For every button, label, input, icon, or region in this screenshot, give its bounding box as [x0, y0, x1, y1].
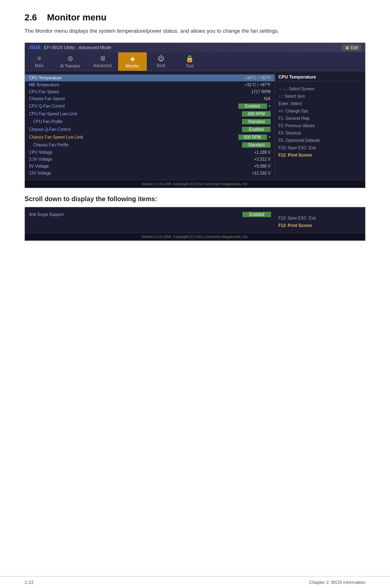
scroll-down-label: Scroll down to display the following ite…: [25, 195, 365, 203]
bios-row-chassis-fan-low[interactable]: Chassis Fan Speed Low Limit 600 RPM ●: [25, 133, 275, 141]
bios2-help: F10: Save ESC: Exit F12: Print Screen: [278, 215, 362, 229]
nav-boot[interactable]: ⏻ Boot: [147, 52, 175, 71]
nav-tool[interactable]: 🔒 Tool: [175, 52, 204, 71]
nav-ai-tweaker[interactable]: ⚙ Ai Tweaker: [54, 52, 87, 71]
cpu-fan-low-label: CPU Fan Speed Low Limit: [29, 112, 242, 116]
5v-value: +5.080 V: [254, 164, 271, 168]
mb-temp-value: +31°C / +87°F: [244, 83, 271, 87]
cpu-qfan-label: CPU Q-Fan Control: [29, 104, 238, 108]
help-f2: F2: Previous Values: [278, 122, 362, 130]
bios-row-mb-temp[interactable]: MB Temperature +31°C / +87°F: [25, 81, 275, 88]
chassis-qfan-badge: Enabled: [242, 127, 271, 132]
bios-row-chassis-qfan[interactable]: Chassis Q-Fan Control Enabled: [25, 126, 275, 133]
bios-row-5v[interactable]: 5V Voltage +5.080 V: [25, 163, 275, 170]
chassis-fan-speed-value: N/A: [264, 97, 271, 101]
cpu-fan-speed-label: CPU Fan Speed: [29, 90, 251, 94]
asus-logo: /SUS: [29, 45, 40, 50]
bios-content2: Anti Surge Support Enabled F10: Save ESC…: [25, 207, 365, 233]
chassis-fan-speed-label: Chassis Fan Speed: [29, 97, 264, 101]
12v-value: +12.192 V: [252, 171, 271, 175]
bios-window-main: /SUS EFI BIOS Utility - Advanced Mode 🖥 …: [25, 43, 365, 188]
advanced-icon: 🖥: [99, 55, 106, 62]
bios-row-cpu-qfan[interactable]: CPU Q-Fan Control Enabled ●: [25, 102, 275, 110]
bios-row-cpu-fan-low[interactable]: CPU Fan Speed Low Limit 600 RPM: [25, 110, 275, 118]
bios-right-title: CPU Temperature: [278, 74, 362, 81]
bios-row-cpu-fan-profile[interactable]: CPU Fan Profile Standard: [25, 118, 275, 126]
nav-main-label: Main: [35, 63, 44, 68]
help-select-item: ↑↓: Select Item: [278, 93, 362, 100]
12v-label: 12V Voltage: [29, 171, 252, 175]
chassis-fan-profile-badge: Standard: [242, 142, 271, 148]
cpu-qfan-dot: ●: [269, 104, 271, 108]
33v-label: 3.3V Voltage: [29, 157, 254, 162]
main-icon: ≡: [37, 55, 41, 62]
cpu-temp-label: CPU Temperature: [29, 76, 244, 80]
bios-content: CPU Temperature +34°C / +93°F MB Tempera…: [25, 71, 365, 180]
nav-tweaker-label: Ai Tweaker: [60, 64, 80, 68]
bios-left2-panel: Anti Surge Support Enabled: [25, 207, 275, 233]
bios-right-panel: CPU Temperature →←: Select Screen ↑↓: Se…: [275, 71, 365, 180]
footer-page-number: 2-22: [25, 580, 34, 585]
bios-row-cpu-voltage[interactable]: CPU Voltage +1.186 V: [25, 149, 275, 156]
cpu-fan-profile-badge: Standard: [242, 119, 271, 124]
nav-main[interactable]: ≡ Main: [25, 52, 54, 71]
33v-value: +3.312 V: [254, 157, 271, 162]
nav-monitor-label: Monitor: [126, 64, 139, 68]
exit-label: Exit: [351, 45, 358, 50]
footer-chapter: Chapter 2: BIOS information: [309, 580, 365, 585]
anti-surge-badge: Enabled: [242, 212, 271, 217]
help-change: +/-: Change Opt.: [278, 108, 362, 115]
nav-advanced[interactable]: 🖥 Advanced: [87, 52, 118, 71]
help-f1: F1: General Help: [278, 115, 362, 122]
bios-right2-panel: F10: Save ESC: Exit F12: Print Screen: [275, 207, 365, 233]
bios-row-12v[interactable]: 12V Voltage +12.192 V: [25, 170, 275, 177]
bios2-footer: Version 2.10.1208. Copyright (C) 2012 Am…: [25, 233, 365, 240]
nav-monitor[interactable]: ◈ Monitor: [118, 52, 147, 71]
section-number: 2.6: [25, 12, 37, 22]
bios2-help-f12: F12: Print Screen: [278, 222, 362, 229]
bios-title-text: EFI BIOS Utility - Advanced Mode: [44, 45, 111, 50]
bios-row-33v[interactable]: 3.3V Voltage +3.312 V: [25, 156, 275, 163]
nav-tool-label: Tool: [186, 64, 193, 68]
cpu-voltage-label: CPU Voltage: [29, 150, 254, 155]
bios-exit-button[interactable]: 🖥 Exit: [342, 45, 361, 51]
bios-left-panel: CPU Temperature +34°C / +93°F MB Tempera…: [25, 71, 275, 180]
nav-advanced-label: Advanced: [93, 63, 111, 68]
chassis-fan-low-dot: ●: [269, 135, 271, 139]
monitor-nav-icon: ◈: [130, 55, 135, 63]
section-title: 2.6 Monitor menu: [25, 12, 365, 23]
tweaker-icon: ⚙: [67, 55, 73, 63]
cpu-qfan-badge: Enabled: [238, 103, 267, 109]
chassis-fan-profile-label: Chassis Fan Profile: [33, 143, 242, 147]
tool-icon: 🔒: [186, 55, 194, 63]
cpu-fan-low-badge: 600 RPM: [242, 111, 271, 117]
bios-nav: ≡ Main ⚙ Ai Tweaker 🖥 Advanced ◈ Monitor…: [25, 52, 365, 71]
bios-row-anti-surge[interactable]: Anti Surge Support Enabled: [25, 211, 275, 218]
help-f10: F10: Save ESC: Exit: [278, 144, 362, 152]
5v-label: 5V Voltage: [29, 164, 254, 168]
monitor-icon: 🖥: [345, 45, 349, 50]
bios-row-chassis-fan-profile[interactable]: Chassis Fan Profile Standard: [25, 141, 275, 149]
cpu-temp-value: +34°C / +93°F: [244, 76, 271, 80]
cpu-voltage-value: +1.186 V: [254, 150, 271, 155]
cpu-fan-profile-label: CPU Fan Profile: [33, 119, 242, 124]
bios-title-logo: /SUS EFI BIOS Utility - Advanced Mode: [29, 45, 111, 50]
boot-icon: ⏻: [158, 55, 164, 62]
page-footer: 2-22 Chapter 2: BIOS information: [0, 576, 390, 588]
chassis-qfan-label: Chassis Q-Fan Control: [29, 127, 242, 132]
bios-row-chassis-fan-speed[interactable]: Chassis Fan Speed N/A: [25, 95, 275, 102]
cpu-fan-speed-value: 1717 RPM: [251, 90, 271, 94]
bios2-help-f10: F10: Save ESC: Exit: [278, 215, 362, 222]
chassis-fan-low-label: Chassis Fan Speed Low Limit: [29, 135, 238, 139]
bios-row-cpu-fan-speed[interactable]: CPU Fan Speed 1717 RPM: [25, 88, 275, 95]
help-f12: F12: Print Screen: [278, 152, 362, 159]
page-title: Monitor menu: [47, 12, 106, 22]
bios-window-secondary: Anti Surge Support Enabled F10: Save ESC…: [25, 207, 365, 241]
help-f3: F3: Shortcut: [278, 130, 362, 137]
mb-temp-label: MB Temperature: [29, 83, 244, 87]
bios-row-cpu-temp[interactable]: CPU Temperature +34°C / +93°F: [25, 74, 275, 81]
nav-boot-label: Boot: [157, 63, 165, 68]
bios-titlebar: /SUS EFI BIOS Utility - Advanced Mode 🖥 …: [25, 43, 365, 52]
help-select-screen: →←: Select Screen: [278, 85, 362, 93]
chassis-fan-low-badge: 600 RPM: [238, 135, 267, 140]
